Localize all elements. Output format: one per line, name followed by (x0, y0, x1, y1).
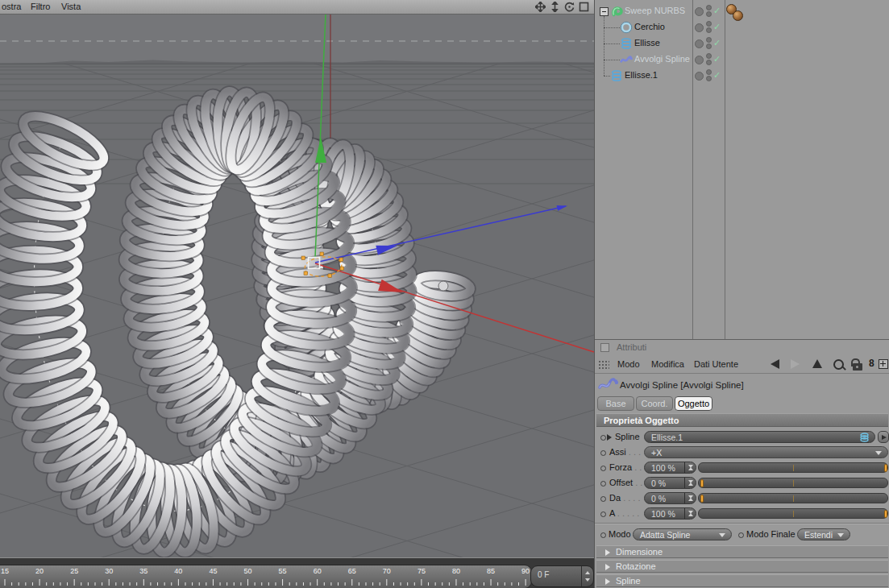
da-slider[interactable] (698, 493, 888, 503)
rotate-icon[interactable] (564, 2, 575, 12)
menu-mostra[interactable]: ostra (2, 2, 21, 11)
object-row-sweep-nurbs[interactable]: Sweep NURBS✓ (595, 3, 889, 19)
properties-section-header[interactable]: Proprietà Oggetto (596, 413, 888, 427)
render-visibility-dot[interactable] (706, 11, 712, 17)
da-field[interactable]: 0 % (644, 492, 696, 504)
object-label[interactable]: Sweep NURBS (625, 6, 685, 15)
enabled-check-icon[interactable]: ✓ (713, 6, 721, 16)
enabled-check-icon[interactable]: ✓ (713, 70, 721, 81)
current-frame-field[interactable]: 0 F (530, 565, 594, 587)
object-row-ellisse-1[interactable]: Ellisse.1✓ (595, 68, 889, 84)
modo-finale-value: Estendi (804, 530, 833, 540)
search-icon[interactable] (833, 359, 844, 370)
timeline-ruler[interactable]: 15202530354045505560657075808590 (0, 565, 532, 588)
editor-visibility-dot[interactable] (706, 53, 712, 59)
render-visibility-dot[interactable] (706, 27, 712, 33)
tab-coord[interactable]: Coord. (636, 396, 673, 411)
spline-link-field[interactable]: Ellisse.1 (644, 431, 875, 443)
dolly-icon[interactable] (550, 2, 560, 12)
section-dimensione[interactable]: Dimensione (596, 545, 888, 558)
attr-menu-modo[interactable]: Modo (617, 359, 640, 369)
new-panel-icon[interactable] (879, 359, 888, 369)
forza-slider[interactable] (698, 462, 888, 473)
render-visibility-dot[interactable] (706, 76, 712, 81)
object-label[interactable]: Ellisse (634, 38, 660, 48)
parent-object-icon[interactable] (812, 359, 822, 368)
anim-dot[interactable] (600, 511, 606, 517)
attributes-lock-checkbox[interactable] (600, 343, 609, 352)
history-back-icon[interactable] (771, 359, 779, 369)
tab-base[interactable]: Base (597, 396, 634, 411)
menu-vista[interactable]: Vista (61, 2, 81, 11)
lock-icon[interactable] (853, 363, 862, 371)
ruler-ticks (0, 565, 531, 588)
visibility-dot[interactable] (695, 72, 704, 81)
history-forward-icon[interactable] (791, 359, 800, 369)
spline-picker-button[interactable] (878, 431, 889, 443)
editor-visibility-dot[interactable] (706, 21, 712, 27)
expand-arrow-icon[interactable] (607, 434, 612, 441)
render-visibility-dot[interactable] (706, 43, 712, 49)
anim-dot[interactable] (738, 532, 744, 538)
anim-dot[interactable] (600, 496, 606, 502)
enabled-check-icon[interactable]: ✓ (713, 38, 721, 48)
ellipse-spline-icon (859, 433, 870, 442)
anim-dot[interactable] (600, 481, 606, 487)
ellipse-spline-icon[interactable] (610, 69, 623, 82)
panel-grip-icon[interactable] (598, 360, 609, 369)
modo-finale-dropdown[interactable]: Estendi (797, 528, 850, 540)
wrap-spline-icon[interactable] (620, 53, 633, 66)
assi-dropdown[interactable]: +X (644, 446, 888, 458)
attr-menu-dati-utente[interactable]: Dati Utente (694, 359, 738, 369)
da-stepper[interactable] (684, 493, 696, 503)
a-stepper[interactable] (684, 508, 696, 519)
render-visibility-dot[interactable] (706, 60, 712, 65)
a-slider[interactable] (698, 508, 888, 519)
editor-visibility-dot[interactable] (706, 37, 712, 43)
visibility-dot[interactable] (695, 39, 704, 48)
spline-link-value: Ellisse.1 (651, 433, 683, 442)
anim-dot[interactable] (600, 435, 606, 441)
pan-icon[interactable] (535, 2, 546, 12)
section-rotazione[interactable]: Rotazione (596, 560, 888, 573)
viewport[interactable]: ostra Filtro Vista (0, 0, 594, 588)
maximize-icon[interactable] (579, 2, 589, 12)
object-label[interactable]: Avvolgi Spline (634, 54, 690, 64)
collapse-icon[interactable] (600, 7, 609, 16)
viewport-canvas[interactable] (0, 0, 594, 588)
editor-visibility-dot[interactable] (706, 5, 712, 10)
attr-menu-modifica[interactable]: Modifica (651, 359, 684, 369)
circle-spline-icon[interactable] (620, 21, 633, 34)
anim-dot[interactable] (600, 450, 606, 456)
menu-filtro[interactable]: Filtro (31, 2, 50, 11)
sweep-nurbs-icon[interactable] (610, 5, 623, 18)
anim-dot[interactable] (600, 532, 606, 538)
attributes-title-row: Attributi (595, 339, 889, 356)
object-label[interactable]: Ellisse.1 (625, 70, 658, 80)
offset-stepper[interactable] (684, 478, 696, 488)
visibility-dot[interactable] (695, 23, 704, 32)
object-row-ellisse[interactable]: Ellisse✓ (595, 35, 889, 52)
offset-slider[interactable] (698, 478, 888, 488)
a-field[interactable]: 100 % (644, 507, 696, 520)
object-label[interactable]: Cerchio (634, 22, 665, 31)
modo-dropdown[interactable]: Adatta Spline (633, 528, 732, 540)
enabled-check-icon[interactable]: ✓ (713, 22, 721, 32)
offset-field[interactable]: 0 % (644, 477, 696, 489)
section-spline[interactable]: Spline (596, 574, 888, 587)
anim-dot[interactable] (600, 466, 606, 471)
object-row-avvolgi-spline[interactable]: Avvolgi Spline✓ (595, 52, 889, 68)
offset-value: 0 % (651, 478, 666, 488)
frame-stepper[interactable] (581, 566, 593, 586)
visibility-dot[interactable] (695, 7, 704, 16)
ellipse-spline-icon[interactable] (620, 37, 633, 50)
visibility-dot[interactable] (695, 56, 704, 64)
enabled-check-icon[interactable]: ✓ (713, 54, 721, 64)
editor-visibility-dot[interactable] (706, 69, 712, 75)
tab-oggetto[interactable]: Oggetto (675, 396, 712, 411)
forza-field[interactable]: 100 % (644, 462, 696, 474)
forza-stepper[interactable] (684, 462, 696, 473)
param-row-modo: Modo Adatta Spline Modo Finale Estendi (595, 527, 889, 542)
object-row-cerchio[interactable]: Cerchio✓ (595, 19, 889, 35)
link-icon[interactable]: 8 (869, 358, 874, 369)
